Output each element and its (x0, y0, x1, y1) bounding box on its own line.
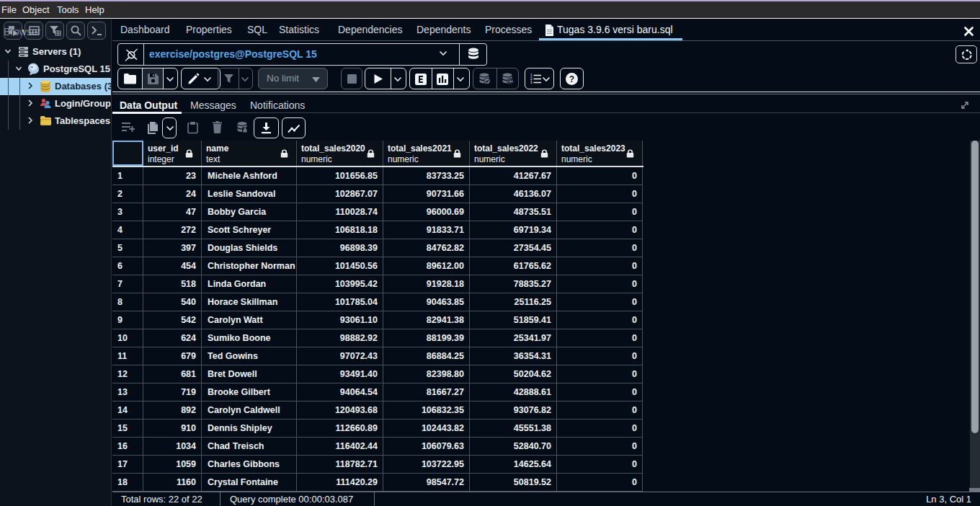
svg-text:?: ? (569, 74, 574, 84)
svg-text:3: 3 (530, 81, 533, 84)
